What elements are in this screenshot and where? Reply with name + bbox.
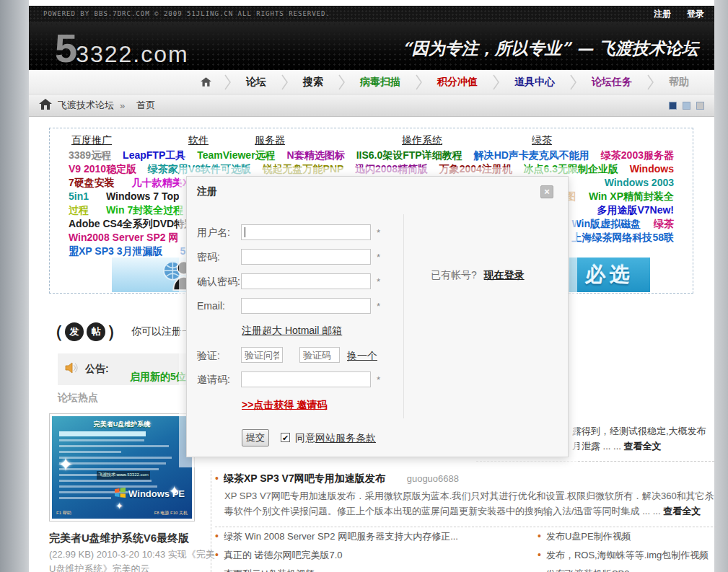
links-category-header[interactable]: 百度推广 [71,134,112,147]
site-header: 53322.com “因为专注，所以专业” — 飞渡技术论坛 [29,22,714,70]
confirm-password-input[interactable] [241,273,371,289]
username-input[interactable] [241,224,371,240]
flare-decoration: ✦ [168,483,180,500]
sponsored-link[interactable]: 盟XP SP3 3月泄漏版 [69,245,162,258]
change-captcha-link[interactable]: 换一个 [347,350,377,363]
thread-list-item[interactable]: •发布飞渡装机版SP3 [538,564,720,572]
sponsored-link[interactable]: 解决HD声卡麦克风不能用 [474,149,589,162]
forum-post: • 绿茶XP SP3 V7网吧专用加速版发布 guoguo6688 XP SP3… [215,472,720,527]
read-full-link[interactable]: 查看全文 [663,506,701,516]
sponsored-link[interactable]: Windows 2003 [605,176,674,190]
theme-switch-dark-blue[interactable] [669,102,677,110]
links-category-header[interactable]: 绿茶 [532,134,552,147]
sponsored-link[interactable]: N套精选图标 [287,149,345,162]
required-mark: * [377,227,380,238]
verify-label: 验证: [197,350,220,363]
sponsored-link[interactable]: IIS6.0架设FTP详细教程 [356,149,462,162]
thread-list-item[interactable]: •真正的 诺德尔网吧完美版7.0 [215,545,538,564]
sponsored-link[interactable]: 过程 [69,203,89,217]
sponsored-link[interactable]: Win2008 Server SP2 网 [69,231,178,245]
paren-close: ） [107,320,124,343]
password-label: 密码: [197,251,220,264]
thumb-fkeys-label: F8 电源 F10 关机 [154,510,188,516]
sponsored-link[interactable]: Adobe CS4全系列DVD特别 [69,217,194,231]
required-mark: * [377,301,380,312]
sponsored-link[interactable]: 多用途版V7New! [597,203,674,217]
have-account-text: 已有帐号? [431,269,477,281]
sponsored-link[interactable]: LeapFTP工具 [123,149,185,162]
sponsored-link[interactable]: 上海绿茶网络科技58联 [571,231,674,245]
sponsored-link[interactable]: Win 7封装全过程 [106,203,183,217]
verify-question-input[interactable] [241,347,283,363]
submit-button[interactable]: 提交 [242,429,269,446]
agree-checkbox[interactable]: ✔ [281,433,290,442]
sponsored-link[interactable]: 3389远程 [69,149,111,162]
list-bullet: • [538,530,541,542]
post-title-link[interactable]: 绿茶XP SP3 V7网吧专用加速版发布 [224,472,385,485]
thread-list-item[interactable]: •绿茶 Win 2008 Server SP2 网吧服务器支持大内存修正... [215,527,538,545]
windows-flag-icon [115,488,126,500]
required-mark: * [377,276,380,287]
new-post-button2[interactable]: 帖 [87,322,105,341]
sponsored-link[interactable]: Windows [630,162,674,176]
nav-item[interactable]: 论坛任务 [576,76,647,89]
sponsored-link[interactable]: TeamViewer远程 [197,149,275,162]
get-invite-code-link[interactable]: >>点击获得 邀请码 [242,399,327,412]
links-category-header[interactable]: 软件 [188,134,209,147]
sponsored-link[interactable]: 绿茶2003服务器 [601,149,674,162]
flare-decoration: ✦ [115,501,123,511]
topbar-login-link[interactable]: 登录 [687,8,704,20]
hotmail-signup-link[interactable]: 注册超大 Hotmail 邮箱 [242,325,342,338]
sponsored-link[interactable]: Win版虚拟磁盘 [571,217,641,231]
thread-list-item[interactable]: •杏雨梨云U盘装机视频 [215,564,538,572]
sponsored-link[interactable]: V9 2010稳定版 [69,162,136,176]
sponsored-link[interactable]: 绿茶 [654,217,674,231]
hotspot-thumbnail[interactable]: 完美者U盘维护系统 飞渡技术 www.53322.com W [49,413,195,522]
breadcrumb-home-icon[interactable] [39,99,52,112]
verify-code-input[interactable] [299,347,340,363]
post-body-text: XP SP3 V7网吧专用加速版发布．采用微软原版为蓝本.我们只对其进行优化和设… [224,490,714,516]
post-bullet: • [215,472,219,484]
ad-banner-text: 必选 [585,261,634,289]
nav-item[interactable]: 积分冲值 [422,76,493,89]
topbar-register-link[interactable]: 注册 [654,8,671,20]
nav-home-icon[interactable] [188,77,224,87]
thread-list-item[interactable]: •发布，ROS,海蜘蛛等等.img包制作视频 [538,545,720,564]
invite-code-input[interactable] [241,371,371,387]
login-now-link[interactable]: 现在登录 [484,269,525,281]
list-bullet: • [215,568,219,572]
email-input[interactable] [241,298,371,314]
thread-list-item[interactable]: •发布U盘PE制作视频 [538,527,720,545]
sponsored-link[interactable]: 7硬盘安装 [69,176,115,190]
terms-link[interactable]: 网站服务条款 [315,432,376,444]
nav-item[interactable]: 论坛 [231,76,281,89]
read-full-link[interactable]: 查看全文 [624,441,662,452]
thumb-watermark: 飞渡技术 www.53322.com [97,471,150,480]
password-input[interactable] [241,249,371,265]
new-post-button[interactable]: 发 [65,322,84,341]
theme-switch-light-blue[interactable] [683,102,690,110]
site-logo[interactable]: 53322.com [55,25,189,70]
nav-item[interactable]: 病毒扫描 [345,76,416,89]
theme-switch-gray[interactable] [696,102,704,110]
nav-item[interactable]: 帮助 [654,76,704,89]
post-author[interactable]: guoguo6688 [407,473,459,484]
announcement-label: 公告: [85,363,109,376]
chevron-separator-icon [493,73,499,92]
breadcrumb-page[interactable]: 首页 [136,99,155,112]
sponsored-link[interactable]: Win XP精简封装全 [589,190,674,203]
links-category-header[interactable]: 服务器 [255,134,285,147]
close-icon[interactable]: × [540,185,553,198]
sponsored-link[interactable]: 5in1 [69,190,89,203]
links-header-row: 百度推广软件服务器操作系统绿茶 [50,133,693,149]
required-mark: * [377,252,380,263]
sponsored-link[interactable]: Windows 7 Top [106,190,180,203]
hotspot-post-meta: (22.99 KB) 2010-3-20 10:43 实现《完美U盘维护系统》完… [49,547,216,572]
nav-item[interactable]: 搜索 [288,76,338,89]
boot-menu-highlight [59,431,146,436]
nav-item[interactable]: 道具中心 [499,76,570,89]
hotspot-post-title[interactable]: 完美者U盘维护系统V6最终版 [49,532,189,545]
breadcrumb-site-link[interactable]: 飞渡技术论坛 [58,99,114,112]
list-bullet: • [538,568,541,572]
links-category-header[interactable]: 操作系统 [402,134,442,147]
